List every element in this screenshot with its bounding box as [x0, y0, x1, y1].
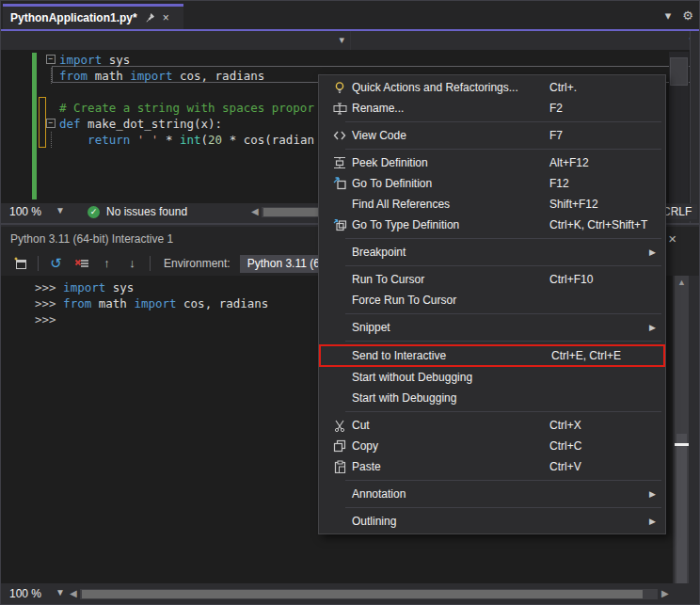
interactive-vertical-scrollbar[interactable]: ▲ ▼ [675, 276, 689, 605]
code-token: math [88, 68, 130, 84]
menu-separator [345, 149, 661, 150]
fold-guide-line [51, 68, 52, 84]
code-line: from math import cos, radians [46, 68, 314, 84]
menu-item-breakpoint[interactable]: Breakpoint▶ [319, 242, 665, 263]
code-line: −import sys [46, 52, 314, 68]
track-changes-outline [39, 97, 46, 148]
scroll-up-arrow-icon[interactable]: ▲ [675, 278, 689, 287]
outlining-margin[interactable]: − [46, 116, 59, 132]
menu-item-label: Annotation [352, 487, 406, 501]
menu-item-label: Run To Cursor [352, 273, 424, 286]
context-menu: Quick Actions and Refactorings...Ctrl+.R… [318, 74, 666, 534]
close-icon[interactable]: × [163, 12, 169, 24]
scrollbar-thumb[interactable] [670, 57, 688, 86]
menu-item-start-without-debugging[interactable]: Start without Debugging [319, 367, 665, 388]
collapse-region-icon[interactable]: − [46, 55, 56, 64]
menu-item-label: Paste [352, 460, 381, 473]
code-token: ( [201, 132, 209, 148]
history-next-icon[interactable]: ↓ [124, 256, 140, 272]
code-token: cos, radians [172, 68, 264, 84]
menu-item-peek-definition[interactable]: Peek DefinitionAlt+F12 [319, 152, 665, 173]
scroll-left-arrow-icon[interactable]: ◀ [70, 588, 77, 598]
submenu-arrow-icon: ▶ [649, 247, 656, 257]
pin-icon[interactable] [145, 12, 155, 24]
menu-item-label: Copy [352, 439, 378, 453]
scroll-right-arrow-icon[interactable]: ▶ [661, 588, 669, 598]
menu-item-label: Quick Actions and Refactorings... [352, 81, 518, 94]
menu-item-start-with-debugging[interactable]: Start with Debugging [319, 388, 665, 408]
code-token: sys [105, 279, 134, 295]
code-token: make_dot_string(x): [81, 116, 223, 132]
code-token [130, 132, 137, 148]
menu-item-snippet[interactable]: Snippet▶ [319, 317, 665, 338]
code-token: * cos(radian [222, 132, 314, 148]
menu-separator [345, 313, 661, 314]
toolbar-separator [150, 256, 151, 271]
menu-item-outlining[interactable]: Outlining▶ [319, 511, 665, 532]
menu-item-quick-actions-and-refactorings[interactable]: Quick Actions and Refactorings...Ctrl+. [319, 77, 665, 98]
menu-item-label: Start with Debugging [352, 391, 456, 405]
scrollbar-thumb[interactable] [82, 590, 643, 598]
code-token: def [59, 116, 81, 132]
reset-icon[interactable]: ↺ [48, 256, 64, 272]
outlining-margin[interactable]: − [46, 52, 59, 68]
scrollbar-thumb[interactable] [676, 434, 687, 605]
menu-item-force-run-to-cursor[interactable]: Force Run To Cursor [319, 290, 665, 310]
menu-item-label: Force Run To Cursor [352, 294, 456, 307]
menu-item-send-to-interactive[interactable]: Send to InteractiveCtrl+E, Ctrl+E [319, 344, 665, 367]
menu-item-copy[interactable]: CopyCtrl+C [319, 436, 665, 456]
code-token: >>> [35, 295, 63, 311]
tab-strip: PythonApplication1.py* × ▾ ⚙ [1, 1, 700, 29]
code-token: return [88, 132, 130, 148]
outlining-margin [46, 100, 59, 116]
new-interactive-window-icon[interactable] [12, 256, 28, 272]
navigation-dropdown-right[interactable]: ▾ [351, 31, 700, 50]
scrollbar-thumb[interactable] [263, 208, 326, 216]
vs-document-window: PythonApplication1.py* × ▾ ⚙ ▾ ▾ −import… [0, 0, 700, 605]
menu-separator [345, 265, 661, 266]
menu-item-label: Rename... [352, 102, 404, 115]
menu-item-label: Outlining [352, 515, 396, 528]
code-token: math [91, 295, 134, 311]
chevron-down-icon[interactable]: ▾ [665, 8, 672, 23]
outlining-margin [46, 132, 59, 148]
menu-separator [345, 480, 661, 481]
history-previous-icon[interactable]: ↑ [99, 256, 115, 272]
menu-item-label: Breakpoint [352, 246, 406, 259]
interactive-horizontal-scrollbar[interactable] [80, 589, 658, 599]
menu-item-shortcut: F2 [549, 102, 563, 115]
menu-item-paste[interactable]: PasteCtrl+V [319, 456, 665, 477]
gear-icon[interactable]: ⚙ [682, 8, 693, 23]
navigation-dropdown-left[interactable]: ▾ [1, 31, 351, 50]
collapse-region-icon[interactable]: − [46, 119, 56, 128]
clear-all-icon[interactable] [73, 256, 89, 272]
submenu-arrow-icon: ▶ [649, 489, 656, 499]
menu-item-annotation[interactable]: Annotation▶ [319, 484, 665, 504]
document-tab[interactable]: PythonApplication1.py* × [3, 4, 183, 29]
menu-item-view-code[interactable]: View CodeF7 [319, 125, 665, 146]
menu-item-shortcut: Alt+F12 [549, 156, 589, 169]
menu-item-cut[interactable]: CutCtrl+X [319, 415, 665, 436]
chevron-down-icon[interactable]: ▼ [56, 587, 65, 597]
code-token: ' ' [137, 132, 159, 148]
chevron-down-icon[interactable]: ▼ [56, 205, 65, 215]
scissors-icon [327, 419, 352, 432]
menu-item-shortcut: Shift+F12 [549, 198, 598, 211]
interactive-zoom-level[interactable]: 100 % [9, 587, 41, 600]
navigation-bar: ▾ ▾ [1, 31, 700, 50]
menu-item-run-to-cursor[interactable]: Run To CursorCtrl+F10 [319, 269, 665, 290]
editor-vertical-scrollbar[interactable] [669, 52, 689, 203]
menu-item-find-all-references[interactable]: Find All ReferencesShift+F12 [319, 194, 665, 215]
submenu-arrow-icon: ▶ [649, 323, 656, 332]
close-icon[interactable]: × [664, 231, 680, 247]
menu-item-shortcut: Ctrl+. [549, 81, 577, 94]
menu-item-go-to-definition[interactable]: Go To DefinitionF12 [319, 173, 665, 194]
scroll-left-arrow-icon[interactable]: ◀ [251, 206, 259, 216]
menu-item-go-to-type-definition[interactable]: Go To Type DefinitionCtrl+K, Ctrl+Shift+… [319, 215, 665, 235]
menu-item-shortcut: F7 [549, 129, 563, 142]
outlining-margin [46, 68, 59, 84]
code-token: from [63, 295, 91, 311]
peek-definition-icon [327, 156, 352, 169]
menu-item-rename[interactable]: Rename...F2 [319, 98, 665, 119]
editor-zoom-level[interactable]: 100 % [9, 205, 41, 218]
